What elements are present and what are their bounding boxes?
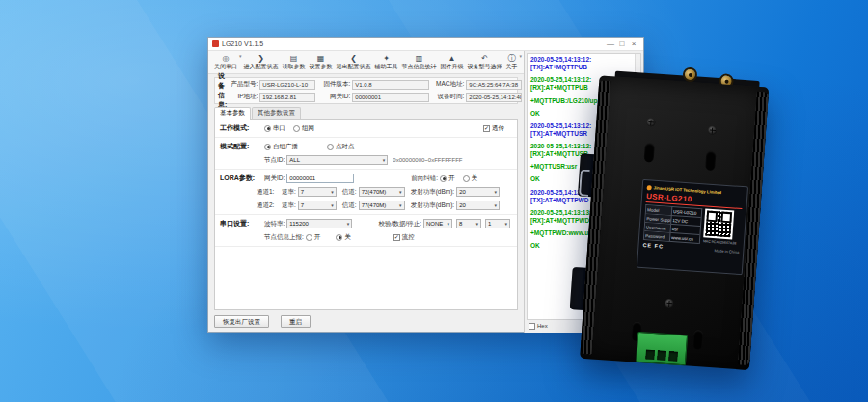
factory-reset-button[interactable]: 恢复出厂设置 (214, 315, 269, 328)
config-content: 设备信息: 产品型号: USR-LG210-L-10 固件版本: (208, 74, 524, 333)
checkbox-icon (529, 323, 535, 330)
terminal-hole (668, 351, 678, 362)
rate-select[interactable]: 7 ▾ (298, 187, 337, 197)
radio-icon (463, 175, 470, 182)
label-body: Model USR-LG210 Power Supply 12V DC User… (643, 204, 742, 247)
reboot-button[interactable]: 重启 (281, 315, 311, 328)
toolbar-button[interactable]: ▲ 固件升级 (439, 52, 466, 73)
radio-icon (264, 125, 271, 132)
channel-select[interactable]: 72(470M) ▾ (359, 187, 405, 197)
field-value-input[interactable]: 9C:A5:25:64:7A:38 (466, 80, 522, 90)
din-rail-spring (579, 169, 590, 197)
rate-label: 速率: (282, 201, 296, 210)
device-info-title: 设备信息: (218, 71, 227, 110)
flow-control-checkbox[interactable]: 流控 (393, 233, 415, 242)
field-value-input[interactable]: V1.0.8 (352, 80, 429, 90)
radio-option[interactable]: 关 (336, 233, 351, 242)
radio-option[interactable]: 串口 (264, 124, 285, 133)
vent-slot (692, 330, 703, 350)
toolbar-button-icon: ⓘ (508, 55, 516, 63)
parity-select[interactable]: NONE ▾ (423, 219, 452, 228)
field-label: 固件版本: (319, 80, 350, 89)
node-id-label: 节点ID: (264, 156, 285, 165)
device-info-field: 产品型号: USR-LG210-L-10 (227, 80, 315, 90)
minimize-button[interactable]: — (605, 40, 616, 48)
toolbar-button[interactable]: ▦ 设置参数 (308, 52, 335, 73)
toolbar-button-icon: ◎ (223, 55, 230, 63)
serial-settings-label: 串口设置: (220, 219, 264, 228)
field-label: IP地址: (227, 93, 258, 101)
work-mode-section: 工作模式: 串口 (215, 120, 517, 138)
toolbar-button[interactable]: ▥ 节点信息统计 (400, 52, 439, 73)
qr-code (703, 208, 734, 239)
parity-group-label: 校验/数据/停止: (379, 220, 421, 228)
toolbar-button[interactable]: ✦ 辅助工具 (373, 52, 400, 73)
channel-select[interactable]: 77(470M) ▾ (359, 201, 405, 210)
radio-option[interactable]: 关 (463, 174, 478, 183)
toolbar-button-label: 辅助工具 (375, 63, 398, 70)
device-info-field: MAC地址: 9C:A5:25:64:7A:38 (433, 80, 522, 90)
radio-option[interactable]: 点对点 (327, 143, 355, 151)
lora-channel-row: 通道2: 速率: 7 ▾ 信道: 77(470M) (257, 199, 512, 212)
baud-select[interactable]: 115200 ▾ (286, 219, 352, 228)
passthrough-checkbox[interactable]: 透传 (483, 124, 504, 133)
maximize-button[interactable]: □ (616, 40, 628, 48)
toolbar: ◎ 关闭串口 ▾ ❯ 进入配置状态 ▾ ▤ 读取参数 (208, 51, 524, 74)
lora-channel-row: 通道1: 速率: 7 ▾ 信道: 72(470M) (257, 185, 512, 199)
toolbar-button-icon: ❯ (258, 55, 264, 63)
field-value-input[interactable]: USR-LG210-L-10 (259, 80, 315, 90)
field-value-input[interactable]: 00000001 (352, 93, 429, 102)
toolbar-button[interactable]: ▤ 读取参数 (281, 52, 308, 73)
panel-empty-area (215, 247, 517, 309)
toolbar-button[interactable]: ❮ 退出配置状态 (335, 52, 373, 73)
radio-option[interactable]: 开 (440, 174, 455, 183)
toolbar-button-icon: ▦ (317, 55, 325, 63)
radio-option[interactable]: 自组广播 (264, 143, 298, 151)
checkbox-icon (483, 125, 490, 132)
rate-select[interactable]: 7 ▾ (298, 201, 337, 210)
databits-select[interactable]: 8 ▾ (456, 219, 481, 228)
toolbar-button[interactable]: ◎ 关闭串口 (212, 52, 239, 73)
node-report-label: 节点信息上报: (264, 233, 304, 242)
heatsink-fins (581, 80, 611, 354)
device-info-fields: 产品型号: USR-LG210-L-10 固件版本: V1.0.8 (227, 80, 522, 102)
toolbar-button[interactable]: ↶ 设备型号选择 (466, 52, 504, 73)
gateway-id-input[interactable]: 00000001 (286, 174, 354, 183)
vent-slot (644, 143, 655, 163)
toolbar-button-icon: ▲ (448, 55, 456, 63)
basic-params-panel: 工作模式: 串口 (214, 119, 518, 310)
usr-logo-icon (647, 185, 652, 190)
radio-option[interactable]: 开 (306, 233, 321, 242)
toolbar-button[interactable]: ❯ 进入配置状态 (242, 52, 281, 73)
chevron-down-icon: ▾ (495, 202, 498, 208)
hex-checkbox[interactable]: Hex (529, 323, 548, 330)
window-title: LG210 V1.1.5 (222, 40, 605, 47)
screw-icon (708, 125, 718, 135)
mode-config-radios: 自组广播 点对点 (264, 143, 381, 151)
device-body: Jinan USR IOT Technology Limited USR-LG2… (580, 75, 769, 370)
terminal-hole (657, 350, 666, 361)
made-in-label: Made in China (714, 248, 739, 255)
close-button[interactable]: × (628, 40, 639, 48)
chevron-down-icon: ▾ (331, 202, 334, 208)
toolbar-button-icon: ▤ (290, 55, 298, 63)
spec-value: www.usr.cn (670, 234, 699, 241)
node-id-select[interactable]: ALL ▾ (286, 155, 388, 165)
radio-icon (264, 144, 271, 150)
toolbar-button[interactable]: ⓘ 关于 (504, 52, 520, 73)
power-select[interactable]: 20 ▾ (456, 201, 500, 210)
chevron-down-icon: ▾ (399, 202, 402, 208)
tab[interactable]: 基本参数 (214, 107, 251, 120)
toolbar-button-icon: ✦ (383, 55, 390, 63)
radio-option[interactable]: 组网 (293, 124, 314, 133)
screenshot-stage: LG210 V1.1.5 — □ × ◎ 关闭串口 ▾ ❯ (0, 0, 868, 402)
stopbits-select[interactable]: 1 ▾ (485, 219, 510, 228)
field-value-input[interactable]: 2020-05-25,14:12:40 (466, 93, 522, 102)
vent-slot (705, 150, 716, 171)
chevron-down-icon[interactable]: ▾ (520, 53, 523, 59)
device-info-field: 固件版本: V1.0.8 (319, 80, 429, 90)
power-select[interactable]: 20 ▾ (456, 187, 500, 197)
field-label: 网关ID: (319, 93, 350, 101)
field-value-input[interactable]: 192.168.2.81 (259, 93, 315, 102)
mode-config-section: 模式配置: 自组广播 (215, 138, 517, 170)
